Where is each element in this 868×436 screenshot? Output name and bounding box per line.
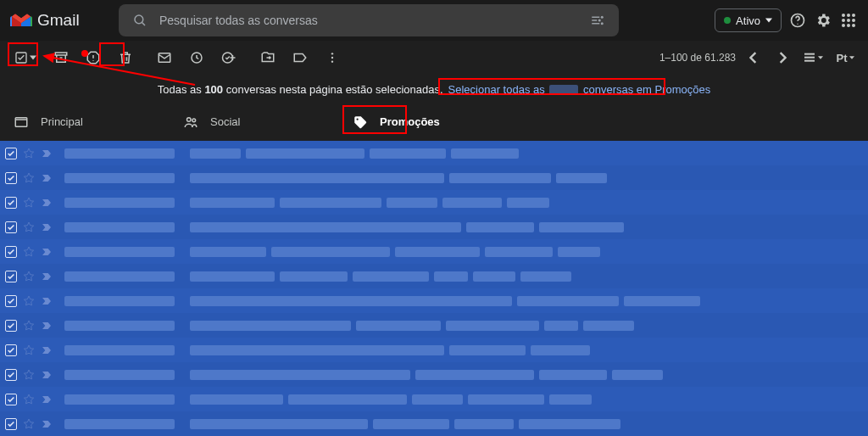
snooze-button[interactable] [181,44,212,71]
importance-icon[interactable] [41,393,54,406]
row-subject [190,173,863,183]
svg-point-10 [847,19,850,22]
tab-promotions[interactable]: Promoções [339,103,509,140]
gmail-wordmark: Gmail [37,11,80,30]
message-row[interactable] [0,362,868,387]
row-checkbox[interactable] [5,197,17,209]
row-checkbox[interactable] [5,344,17,356]
status-dot-icon [724,17,731,24]
report-spam-button[interactable] [78,44,108,71]
row-sender [64,173,175,183]
row-checkbox[interactable] [5,320,17,332]
message-row[interactable] [0,239,868,264]
selection-banner: Todas as 100 conversas nesta página estã… [0,75,868,103]
importance-icon[interactable] [41,147,54,160]
tab-social[interactable]: Social [170,103,339,140]
star-icon[interactable] [22,417,36,431]
density-button[interactable] [798,44,827,71]
message-row[interactable] [0,288,868,313]
svg-point-14 [852,24,855,27]
row-subject [190,296,863,306]
row-subject [190,321,863,331]
delete-button[interactable] [110,44,141,71]
tab-primary[interactable]: Principal [0,103,170,140]
importance-icon[interactable] [41,294,54,308]
promotions-tab-icon [353,115,368,130]
redacted-count [549,85,578,95]
status-pill[interactable]: Ativo [715,8,782,32]
message-row[interactable] [0,215,868,239]
page-prev-button[interactable] [743,47,765,69]
search-bar[interactable] [119,4,619,36]
select-all-in-category-link[interactable]: Selecionar todas as conversas em Promoçõ… [448,83,711,96]
archive-button[interactable] [46,44,76,71]
row-sender [64,370,175,380]
star-icon[interactable] [22,171,36,185]
message-list [0,141,868,436]
star-icon[interactable] [22,344,36,357]
star-icon[interactable] [22,393,36,406]
caret-down-icon [765,17,772,24]
primary-tab-icon [14,115,29,130]
importance-icon[interactable] [41,368,54,382]
importance-icon[interactable] [41,319,54,333]
tab-label: Social [210,115,240,128]
row-subject [190,419,863,429]
star-icon[interactable] [22,221,36,234]
row-checkbox[interactable] [5,369,17,381]
svg-point-21 [331,53,333,54]
star-icon[interactable] [22,368,36,382]
star-icon[interactable] [22,319,36,333]
importance-icon[interactable] [41,344,54,357]
row-checkbox[interactable] [5,295,17,307]
help-icon[interactable] [788,11,807,30]
mark-unread-button[interactable] [149,44,180,71]
search-input[interactable] [159,14,578,27]
select-all-checkbox[interactable] [7,44,44,71]
row-subject [190,394,863,405]
importance-icon[interactable] [41,270,54,283]
star-icon[interactable] [22,196,36,210]
importance-icon[interactable] [41,245,54,259]
star-icon[interactable] [22,294,36,308]
svg-point-12 [842,24,845,27]
svg-point-6 [842,14,845,17]
svg-point-3 [601,22,604,25]
importance-icon[interactable] [41,196,54,210]
row-checkbox[interactable] [5,271,17,282]
message-row[interactable] [0,190,868,215]
importance-icon[interactable] [41,221,54,234]
message-row[interactable] [0,338,868,362]
importance-icon[interactable] [41,417,54,431]
page-next-button[interactable] [771,47,793,69]
importance-icon[interactable] [41,171,54,185]
search-icon [131,11,149,30]
row-checkbox[interactable] [5,418,17,430]
message-row[interactable] [0,264,868,288]
apps-grid-icon[interactable] [839,11,858,30]
star-icon[interactable] [22,270,36,283]
message-row[interactable] [0,411,868,436]
message-row[interactable] [0,387,868,411]
row-sender [64,394,175,405]
star-icon[interactable] [22,245,36,259]
message-row[interactable] [0,141,868,165]
search-options-icon[interactable] [588,11,607,30]
row-checkbox[interactable] [5,394,17,405]
more-button[interactable] [317,44,348,71]
settings-gear-icon[interactable] [814,11,832,30]
labels-button[interactable] [285,44,315,71]
add-task-button[interactable] [214,44,244,71]
svg-point-23 [331,60,333,62]
move-to-button[interactable] [253,44,283,71]
message-row[interactable] [0,313,868,338]
input-tools-button[interactable]: Pt [829,44,861,71]
gmail-logo[interactable]: Gmail [10,11,112,30]
row-checkbox[interactable] [5,148,17,159]
row-checkbox[interactable] [5,172,17,184]
message-row[interactable] [0,165,868,190]
row-checkbox[interactable] [5,221,17,233]
app-header: Gmail Ativo [0,0,868,41]
star-icon[interactable] [22,147,36,160]
row-checkbox[interactable] [5,246,17,258]
